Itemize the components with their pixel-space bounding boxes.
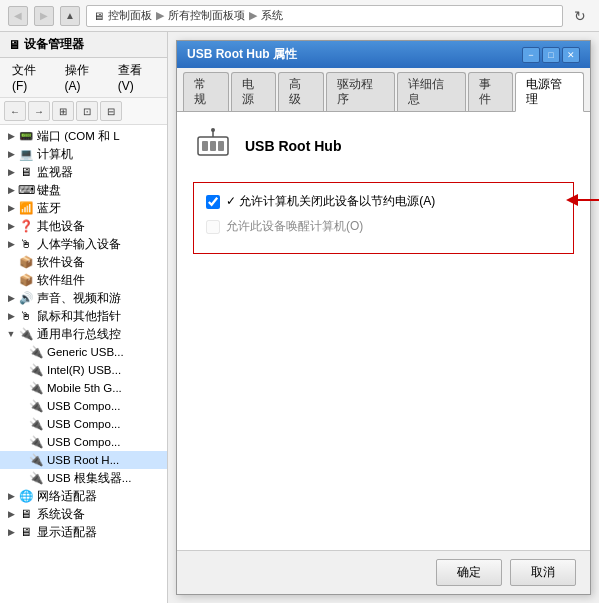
expand-mouse: ▶ — [4, 309, 18, 323]
label-display: 显示适配器 — [37, 525, 97, 540]
svg-rect-3 — [218, 141, 224, 151]
icon-computer: 💻 — [18, 146, 34, 162]
allow-wake-checkbox[interactable] — [206, 220, 220, 234]
tree-item-hid[interactable]: ▶ 🖱 人体学输入设备 — [0, 235, 167, 253]
tree-item-usb-controllers[interactable]: ▼ 🔌 通用串行总线控 — [0, 325, 167, 343]
toolbar-btn-4[interactable]: ⊡ — [76, 101, 98, 121]
up-button[interactable]: ▲ — [60, 6, 80, 26]
icon-usb-comp2: 🔌 — [28, 416, 44, 432]
tree-item-usb-root-h[interactable]: 🔌 USB Root H... — [0, 451, 167, 469]
label-software-comp: 软件组件 — [37, 273, 85, 288]
icon-bluetooth: 📶 — [18, 200, 34, 216]
power-options-container: ✓ 允许计算机关闭此设备以节约电源(A) 允许此设备唤醒计算机(O) — [193, 182, 574, 254]
tree-item-computer[interactable]: ▶ 💻 计算机 — [0, 145, 167, 163]
address-icon: 🖥 — [93, 10, 104, 22]
tree-item-other[interactable]: ▶ ❓ 其他设备 — [0, 217, 167, 235]
back-button[interactable]: ◀ — [8, 6, 28, 26]
expand-system-dev: ▶ — [4, 507, 18, 521]
label-usb-root-h: USB Root H... — [47, 454, 119, 466]
tab-power[interactable]: 电源 — [231, 72, 277, 111]
dialog-close-btn[interactable]: ✕ — [562, 47, 580, 63]
sidebar-header-icon: 🖥 — [8, 38, 20, 52]
address-part-1: 控制面板 — [108, 8, 152, 23]
label-generic-usb: Generic USB... — [47, 346, 124, 358]
tree-item-mobile-5th[interactable]: 🔌 Mobile 5th G... — [0, 379, 167, 397]
tree-item-monitor[interactable]: ▶ 🖥 监视器 — [0, 163, 167, 181]
tree-item-ports[interactable]: ▶ 📟 端口 (COM 和 L — [0, 127, 167, 145]
power-section: ✓ 允许计算机关闭此设备以节约电源(A) 允许此设备唤醒计算机(O) — [193, 182, 574, 254]
cancel-button[interactable]: 取消 — [510, 559, 576, 586]
dialog-minimize-btn[interactable]: − — [522, 47, 540, 63]
usb-device-icon — [194, 127, 232, 165]
address-sep-2: ▶ — [249, 9, 257, 22]
expand-sound: ▶ — [4, 291, 18, 305]
tree-item-software-dev[interactable]: 📦 软件设备 — [0, 253, 167, 271]
tree-item-mouse[interactable]: ▶ 🖱 鼠标和其他指针 — [0, 307, 167, 325]
expand-keyboard: ▶ — [4, 183, 18, 197]
icon-system-dev: 🖥 — [18, 506, 34, 522]
icon-mobile-5th: 🔌 — [28, 380, 44, 396]
tab-events[interactable]: 事件 — [468, 72, 514, 111]
ok-button[interactable]: 确定 — [436, 559, 502, 586]
tab-advanced[interactable]: 高级 — [278, 72, 324, 111]
expand-computer: ▶ — [4, 147, 18, 161]
tab-general[interactable]: 常规 — [183, 72, 229, 111]
label-usb-root-line: USB 根集线器... — [47, 471, 131, 486]
expand-other: ▶ — [4, 219, 18, 233]
label-keyboard: 键盘 — [37, 183, 61, 198]
icon-intel-usb: 🔌 — [28, 362, 44, 378]
icon-ports: 📟 — [18, 128, 34, 144]
tree-item-usb-root-line[interactable]: 🔌 USB 根集线器... — [0, 469, 167, 487]
red-arrow-svg — [566, 190, 599, 210]
sidebar: 🖥 设备管理器 文件(F) 操作(A) 查看(V) ← → ⊞ ⊡ ⊟ ▶ 📟 … — [0, 32, 168, 603]
menu-view[interactable]: 查看(V) — [110, 60, 163, 95]
svg-rect-2 — [210, 141, 216, 151]
expand-ports: ▶ — [4, 129, 18, 143]
toolbar-btn-2[interactable]: → — [28, 101, 50, 121]
tree-item-software-comp[interactable]: 📦 软件组件 — [0, 271, 167, 289]
refresh-button[interactable]: ↻ — [569, 5, 591, 27]
dialog-window: USB Root Hub 属性 − □ ✕ 常规 电源 高级 驱动程序 详细信息… — [176, 40, 591, 595]
label-usb-controllers: 通用串行总线控 — [37, 327, 121, 342]
label-bluetooth: 蓝牙 — [37, 201, 61, 216]
label-other: 其他设备 — [37, 219, 85, 234]
tree-item-intel-usb[interactable]: 🔌 Intel(R) USB... — [0, 361, 167, 379]
tree-item-usb-comp2[interactable]: 🔌 USB Compo... — [0, 415, 167, 433]
tree-item-display[interactable]: ▶ 🖥 显示适配器 — [0, 523, 167, 541]
sidebar-header-title: 设备管理器 — [24, 36, 84, 53]
label-software-dev: 软件设备 — [37, 255, 85, 270]
dialog-restore-btn[interactable]: □ — [542, 47, 560, 63]
tree-item-system-dev[interactable]: ▶ 🖥 系统设备 — [0, 505, 167, 523]
toolbar-btn-5[interactable]: ⊟ — [100, 101, 122, 121]
tab-power-management[interactable]: 电源管理 — [515, 72, 584, 112]
expand-software-comp — [4, 273, 18, 287]
expand-bluetooth: ▶ — [4, 201, 18, 215]
allow-pc-turn-off-row: ✓ 允许计算机关闭此设备以节约电源(A) — [206, 193, 561, 210]
icon-software-comp: 📦 — [18, 272, 34, 288]
sidebar-toolbar: ← → ⊞ ⊡ ⊟ — [0, 98, 167, 125]
allow-pc-turn-off-checkbox[interactable] — [206, 195, 220, 209]
address-part-2: 所有控制面板项 — [168, 8, 245, 23]
tree-item-bluetooth[interactable]: ▶ 📶 蓝牙 — [0, 199, 167, 217]
icon-network: 🌐 — [18, 488, 34, 504]
tab-driver[interactable]: 驱动程序 — [326, 72, 395, 111]
tree-item-usb-comp1[interactable]: 🔌 USB Compo... — [0, 397, 167, 415]
icon-usb-comp3: 🔌 — [28, 434, 44, 450]
label-hid: 人体学输入设备 — [37, 237, 121, 252]
forward-button[interactable]: ▶ — [34, 6, 54, 26]
icon-mouse: 🖱 — [18, 308, 34, 324]
allow-wake-label: 允许此设备唤醒计算机(O) — [226, 218, 363, 235]
tree-item-usb-comp3[interactable]: 🔌 USB Compo... — [0, 433, 167, 451]
tree-item-sound[interactable]: ▶ 🔊 声音、视频和游 — [0, 289, 167, 307]
tab-details[interactable]: 详细信息 — [397, 72, 466, 111]
menu-action[interactable]: 操作(A) — [57, 60, 110, 95]
tree-item-generic-usb[interactable]: 🔌 Generic USB... — [0, 343, 167, 361]
menu-file[interactable]: 文件(F) — [4, 60, 57, 95]
toolbar-btn-3[interactable]: ⊞ — [52, 101, 74, 121]
toolbar-btn-1[interactable]: ← — [4, 101, 26, 121]
label-mouse: 鼠标和其他指针 — [37, 309, 121, 324]
tree-item-network[interactable]: ▶ 🌐 网络适配器 — [0, 487, 167, 505]
dialog-buttons: 确定 取消 — [177, 550, 590, 594]
tree-item-keyboard[interactable]: ▶ ⌨ 键盘 — [0, 181, 167, 199]
icon-generic-usb: 🔌 — [28, 344, 44, 360]
